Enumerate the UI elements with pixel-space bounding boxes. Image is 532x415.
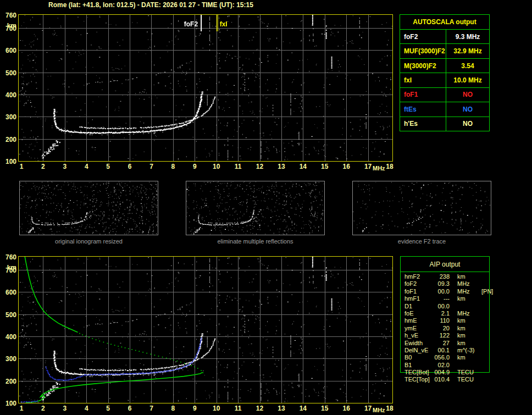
bottom-ionogram-canvas bbox=[19, 257, 392, 403]
aip-param-name: TEC[Bot] bbox=[404, 369, 433, 376]
thumbnail-evidence-canvas bbox=[353, 181, 491, 235]
fof2-marker-label: foF2 bbox=[167, 20, 198, 28]
aip-param-unit: km bbox=[457, 332, 480, 339]
y-axis-unit-label: km bbox=[0, 22, 16, 30]
x-tick-label: 15 bbox=[321, 405, 328, 412]
aip-param-unit: km bbox=[457, 325, 480, 332]
thumbnail-eliminate-canvas bbox=[186, 181, 324, 235]
x-tick-label: 10 bbox=[213, 405, 220, 412]
autoscala-table-title: AUTOSCALA output bbox=[400, 15, 489, 30]
param-label: M(3000)F2 bbox=[400, 59, 446, 73]
aip-param-name: DelN_vE bbox=[404, 347, 433, 354]
x-tick-label: 12 bbox=[256, 163, 263, 170]
y-tick-label: 300 bbox=[0, 113, 16, 121]
aip-param-value: 110 bbox=[433, 317, 450, 324]
x-tick-label: 5 bbox=[106, 405, 110, 412]
param-value: NO bbox=[446, 88, 489, 102]
y-tick-label: 760 bbox=[0, 12, 16, 19]
aip-row-hmf2: hmF2238km bbox=[404, 273, 520, 280]
aip-param-value: 20 bbox=[433, 325, 450, 332]
aip-row-hmf1: hmF1---km bbox=[404, 295, 520, 302]
aip-row-yme: ymE20km bbox=[404, 325, 520, 332]
aip-row-ewidth: Ewidth27km bbox=[404, 340, 520, 347]
x-tick-label: 1 bbox=[20, 405, 24, 412]
aip-param-value: 056.0 bbox=[433, 354, 450, 361]
x-tick-label: 13 bbox=[278, 405, 285, 412]
x-tick-label: 14 bbox=[300, 405, 307, 412]
x-tick-label: 9 bbox=[193, 405, 197, 412]
y-tick-label: 100 bbox=[0, 158, 16, 165]
aip-row-fof1: foF100.0MHz[PN] bbox=[404, 288, 520, 295]
x-tick-label: 16 bbox=[342, 405, 350, 412]
top-ionogram-plot bbox=[18, 14, 393, 162]
param-value: 10.0 MHz bbox=[446, 73, 489, 87]
aip-param-name: Ewidth bbox=[404, 340, 433, 347]
param-value: 3.54 bbox=[446, 59, 489, 73]
autoscala-app-window: Rome (lat: +41.8, lon: 012.5) - DATE: 20… bbox=[0, 0, 532, 415]
aip-row-d1: D100.0 bbox=[404, 303, 520, 310]
x-tick-label: 15 bbox=[321, 163, 328, 170]
station-title: Rome (lat: +41.8, lon: 012.5) - DATE: 20… bbox=[48, 1, 253, 9]
x-tick-label: 17 bbox=[364, 163, 372, 170]
x-tick-label: 8 bbox=[171, 405, 175, 412]
bottom-ionogram-plot bbox=[18, 256, 393, 403]
x-axis-unit-label: MHz bbox=[373, 406, 385, 414]
aip-row-fof2: foF209.3MHz bbox=[404, 280, 520, 287]
x-tick-label: 5 bbox=[106, 163, 110, 170]
aip-param-value: 122 bbox=[433, 332, 450, 339]
aip-panel-title: AIP output bbox=[401, 261, 489, 268]
thumbnail-original-ionogram bbox=[19, 181, 158, 235]
x-tick-label: 14 bbox=[300, 163, 307, 170]
x-tick-label: 17 bbox=[364, 405, 372, 412]
param-value: NO bbox=[446, 117, 489, 131]
aip-param-unit: MHz bbox=[457, 288, 480, 295]
aip-param-name: hmF1 bbox=[404, 295, 433, 302]
table-row-fof1: foF1 NO bbox=[400, 88, 489, 102]
aip-parameter-list: hmF2238km foF209.3MHz foF100.0MHz[PN] hm… bbox=[404, 273, 520, 384]
aip-param-value: 2.1 bbox=[433, 310, 450, 317]
x-axis-unit-label: MHz bbox=[373, 164, 385, 172]
aip-row-hve: h_vE122km bbox=[404, 332, 520, 339]
y-axis-unit-label: km bbox=[0, 264, 16, 272]
param-value: NO bbox=[446, 102, 489, 116]
x-tick-label: 9 bbox=[193, 163, 197, 170]
aip-row-tecbot: TEC[Bot]004.9TECU bbox=[404, 369, 520, 376]
aip-param-name: foF1 bbox=[404, 288, 433, 295]
aip-param-name: TEC[Top] bbox=[404, 376, 433, 383]
aip-param-name: h_vE bbox=[404, 332, 433, 339]
aip-param-name: hmE bbox=[404, 317, 433, 324]
x-tick-label: 4 bbox=[85, 405, 88, 412]
aip-param-unit: km bbox=[457, 340, 480, 347]
aip-param-value: 004.9 bbox=[433, 369, 450, 376]
fxi-marker-label: fxI bbox=[220, 20, 228, 28]
x-tick-label: 7 bbox=[149, 163, 153, 170]
y-tick-label: 600 bbox=[0, 47, 16, 54]
x-tick-label: 3 bbox=[63, 405, 66, 412]
x-tick-label: 16 bbox=[342, 163, 350, 170]
aip-param-note: [PN] bbox=[481, 288, 493, 295]
aip-param-value: 27 bbox=[433, 340, 450, 347]
x-tick-label: 6 bbox=[128, 405, 132, 412]
aip-row-foe: foE2.1MHz bbox=[404, 310, 520, 317]
x-tick-label: 1 bbox=[20, 163, 24, 170]
param-label: ftEs bbox=[400, 102, 446, 116]
table-row-ftes: ftEs NO bbox=[400, 102, 489, 117]
y-tick-label: 400 bbox=[0, 333, 16, 341]
param-label: h'Es bbox=[400, 117, 446, 131]
thumbnail-caption-eliminate: eliminate multiple reflections bbox=[186, 238, 325, 245]
y-tick-label: 500 bbox=[0, 69, 16, 77]
x-tick-label: 12 bbox=[256, 405, 263, 412]
autoscala-output-table: AUTOSCALA output foF2 9.3 MHz MUF(3000)F… bbox=[400, 14, 490, 131]
aip-param-unit: m^(-3) bbox=[457, 347, 480, 354]
aip-param-unit: km bbox=[457, 317, 480, 324]
thumbnail-original-canvas bbox=[20, 181, 158, 235]
aip-param-unit: km bbox=[457, 295, 480, 302]
param-label: foF1 bbox=[400, 88, 446, 102]
aip-param-value: 00.0 bbox=[433, 303, 450, 310]
x-tick-label: 2 bbox=[41, 405, 45, 412]
aip-header-divider bbox=[401, 272, 489, 272]
thumbnail-eliminate-reflections bbox=[186, 181, 325, 235]
x-tick-label: 7 bbox=[149, 405, 153, 412]
aip-param-name: B0 bbox=[404, 354, 433, 361]
y-tick-label: 200 bbox=[0, 378, 16, 385]
